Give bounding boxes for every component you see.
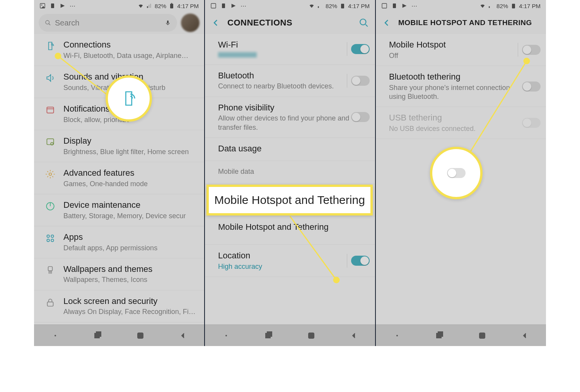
settings-screen: ⋯ 82% 4:17 PM Search ConnectionsWi-Fi, B… (34, 0, 204, 346)
leader-line (34, 0, 204, 346)
leader-line (205, 0, 375, 346)
svg-point-29 (55, 53, 61, 59)
svg-point-40 (334, 277, 339, 283)
toggle-off-large (447, 168, 466, 178)
callout-toggle (430, 147, 483, 199)
callout-hotspot-label: Mobile Hotspot and Tethering (206, 185, 373, 216)
svg-line-39 (290, 216, 336, 280)
hotspot-screen: ⋯ 82% 4:17 PM MOBILE HOTSPOT AND TETHERI… (376, 0, 546, 346)
connections-screen: ⋯ 82% 4:17 PM CONNECTIONS Wi-Fi Bluetoot… (205, 0, 375, 346)
svg-line-28 (58, 56, 109, 97)
svg-point-49 (524, 58, 529, 64)
svg-line-48 (469, 61, 527, 154)
callout-connections-icon (106, 75, 152, 122)
connections-icon-large (120, 90, 138, 107)
